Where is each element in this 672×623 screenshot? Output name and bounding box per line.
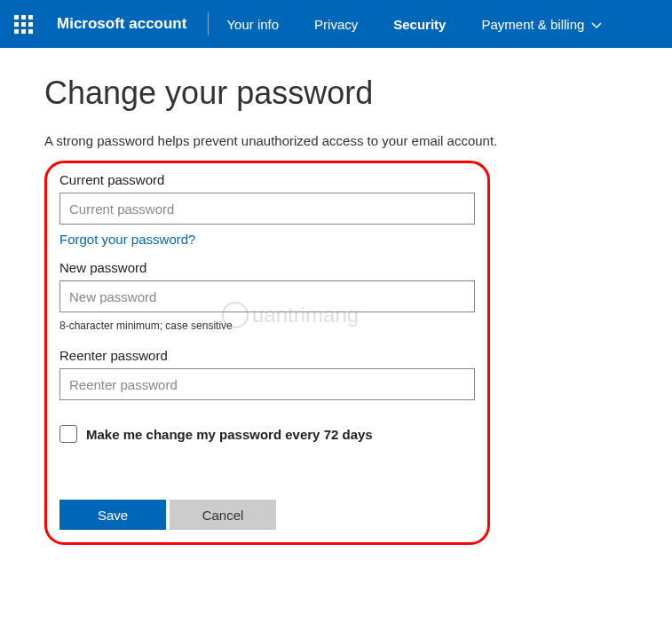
nav-payment-billing[interactable]: Payment & billing <box>463 17 620 32</box>
global-header: Microsoft account Your info Privacy Secu… <box>0 0 672 48</box>
new-password-input[interactable] <box>59 280 475 312</box>
reenter-password-group: Reenter password <box>59 348 475 400</box>
current-password-label: Current password <box>59 172 475 187</box>
password-form-highlight: Current password Forgot your password? N… <box>44 161 490 545</box>
page-subtitle: A strong password helps prevent unauthor… <box>44 133 628 148</box>
primary-nav: Your info Privacy Security Payment & bil… <box>209 17 620 32</box>
force-change-row: Make me change my password every 72 days <box>59 425 475 443</box>
force-change-label: Make me change my password every 72 days <box>86 427 373 442</box>
current-password-input[interactable] <box>59 193 475 225</box>
page-content: Change your password A strong password h… <box>0 48 672 572</box>
forgot-password-link[interactable]: Forgot your password? <box>59 232 195 247</box>
reenter-password-input[interactable] <box>59 368 475 400</box>
reenter-password-label: Reenter password <box>59 348 475 363</box>
nav-security[interactable]: Security <box>376 17 463 32</box>
force-change-checkbox[interactable] <box>59 425 77 443</box>
brand-title[interactable]: Microsoft account <box>57 15 208 33</box>
nav-privacy[interactable]: Privacy <box>296 17 376 32</box>
page-title: Change your password <box>44 75 628 112</box>
form-actions: Save Cancel <box>59 500 475 530</box>
new-password-group: New password <box>59 260 475 312</box>
app-launcher-icon[interactable] <box>11 12 36 36</box>
cancel-button[interactable]: Cancel <box>170 500 276 530</box>
nav-payment-label: Payment & billing <box>481 17 584 32</box>
nav-your-info[interactable]: Your info <box>209 17 296 32</box>
password-hint: 8-character minimum; case sensitive <box>59 319 475 332</box>
chevron-down-icon <box>591 17 602 32</box>
current-password-group: Current password Forgot your password? <box>59 172 475 248</box>
save-button[interactable]: Save <box>59 500 166 530</box>
new-password-label: New password <box>59 260 475 275</box>
